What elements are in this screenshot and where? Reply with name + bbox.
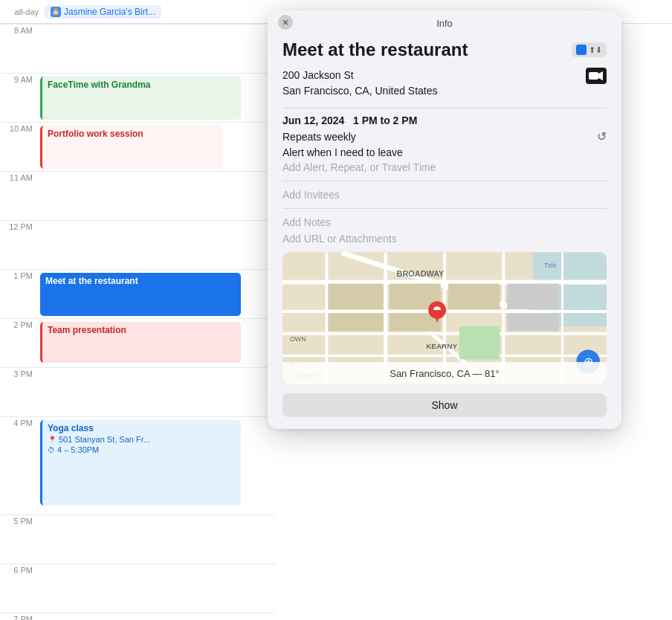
- svg-text:KEARNY: KEARNY: [426, 342, 457, 350]
- facetime-event-title: FaceTime with Grandma: [48, 80, 151, 90]
- add-url-row[interactable]: Add URL or Attachments: [282, 233, 607, 245]
- time-label-5pm: 5 PM: [0, 515, 39, 526]
- map-thumbnail[interactable]: BROADWAY KEARNY Tide OWN ST hinese ⊕ San…: [282, 252, 607, 384]
- close-button[interactable]: [278, 15, 293, 30]
- add-notes-row[interactable]: Add Notes: [282, 216, 607, 228]
- location-line2: San Francisco, CA, United States: [282, 83, 438, 99]
- time-row-8am: 8 AM: [0, 24, 275, 73]
- add-notes-text: Add Notes: [282, 216, 331, 228]
- time-content-12pm: [39, 221, 275, 269]
- date-text: Jun 12, 2024: [282, 114, 344, 126]
- time-label-11am: 11 AM: [0, 172, 39, 182]
- time-label-8am: 8 AM: [0, 25, 39, 35]
- svg-rect-17: [459, 326, 500, 360]
- allday-event-text: Jasmine Garcia's Birt...: [64, 7, 155, 17]
- event-title-row: Meet at the restaurant ⬆⬇: [282, 39, 607, 60]
- time-label-9am: 9 AM: [0, 74, 39, 84]
- svg-rect-22: [448, 283, 500, 309]
- popup-header: Info: [268, 10, 621, 33]
- birthday-icon: 🎂: [51, 7, 61, 17]
- portfolio-event-title: Portfolio work session: [48, 129, 143, 139]
- yoga-event-time: ⏱ 4 – 5:30PM: [48, 445, 236, 454]
- time-range-text: 1 PM to 2 PM: [353, 114, 417, 126]
- time-content-2pm: Team presentation: [39, 319, 275, 367]
- map-location-label: San Francisco, CA — 81°: [390, 368, 500, 379]
- time-row-2pm: 2 PM Team presentation: [0, 318, 275, 367]
- divider-2: [282, 181, 607, 181]
- svg-marker-3: [598, 71, 603, 80]
- time-grid: 8 AM 9 AM FaceTime with Grandma 10 AM Po…: [0, 24, 275, 620]
- info-popup: Info Meet at the restaurant ⬆⬇ 200 Jacks…: [268, 10, 621, 429]
- clock-icon: ⏱: [48, 446, 55, 454]
- time-row-5pm: 5 PM: [0, 514, 275, 564]
- video-camera-icon[interactable]: [586, 68, 607, 84]
- restaurant-event-title: Meet at the restaurant: [45, 276, 138, 286]
- date-time-row: Jun 12, 2024 1 PM to 2 PM: [282, 114, 607, 126]
- alert-row: Alert when I need to leave: [282, 146, 607, 158]
- popup-title-label: Info: [436, 18, 453, 29]
- time-content-3pm: [39, 368, 275, 416]
- svg-rect-2: [589, 72, 598, 80]
- allday-label: all-day: [6, 7, 45, 16]
- time-content-6pm: [39, 564, 275, 613]
- svg-text:OWN: OWN: [290, 335, 306, 343]
- calendar-color-swatch: [576, 45, 587, 55]
- time-label-1pm: 1 PM: [0, 270, 39, 280]
- popup-body: Meet at the restaurant ⬆⬇ 200 Jackson St…: [268, 33, 621, 429]
- time-row-6pm: 6 PM: [0, 564, 275, 613]
- facetime-event[interactable]: FaceTime with Grandma: [40, 77, 241, 120]
- time-label-4pm: 4 PM: [0, 417, 39, 427]
- time-label-6pm: 6 PM: [0, 564, 39, 575]
- time-content-10am: Portfolio work session: [39, 123, 275, 171]
- time-row-10am: 10 AM Portfolio work session: [0, 122, 275, 171]
- portfolio-event[interactable]: Portfolio work session: [40, 126, 222, 169]
- location-text: 200 Jackson St San Francisco, CA, United…: [282, 68, 438, 99]
- team-event[interactable]: Team presentation: [40, 322, 241, 363]
- svg-rect-24: [507, 313, 558, 332]
- time-content-9am: FaceTime with Grandma: [39, 74, 275, 122]
- time-row-1pm: 1 PM Meet at the restaurant: [0, 269, 275, 318]
- restaurant-event[interactable]: Meet at the restaurant: [40, 273, 241, 316]
- time-row-11am: 11 AM: [0, 171, 275, 220]
- show-button[interactable]: Show: [282, 393, 607, 417]
- svg-text:BROADWAY: BROADWAY: [397, 270, 445, 279]
- team-event-title: Team presentation: [48, 325, 126, 335]
- repeat-text: Repeats weekly: [282, 131, 356, 143]
- time-row-3pm: 3 PM: [0, 367, 275, 416]
- time-label-7pm: 7 PM: [0, 613, 39, 620]
- time-content-11am: [39, 172, 275, 220]
- popup-event-title: Meet at the restaurant: [282, 39, 468, 60]
- yoga-event[interactable]: Yoga class 📍 501 Stanyan St, San Fr... ⏱…: [40, 420, 241, 506]
- time-label-3pm: 3 PM: [0, 368, 39, 378]
- chevron-up-down-icon: ⬆⬇: [589, 45, 602, 55]
- calendar-picker[interactable]: ⬆⬇: [572, 42, 607, 57]
- divider-1: [282, 108, 607, 109]
- time-content-1pm: Meet at the restaurant: [39, 270, 275, 318]
- time-content-7pm: [39, 613, 275, 620]
- add-url-text: Add URL or Attachments: [282, 233, 397, 245]
- repeat-row: Repeats weekly ↺: [282, 129, 607, 143]
- add-alert-text: Add Alert, Repeat, or Travel Time: [282, 161, 436, 173]
- allday-event[interactable]: 🎂 Jasmine Garcia's Birt...: [45, 5, 161, 19]
- add-alert-row[interactable]: Add Alert, Repeat, or Travel Time: [282, 161, 607, 173]
- svg-rect-19: [328, 313, 383, 332]
- time-row-9am: 9 AM FaceTime with Grandma: [0, 73, 275, 122]
- repeat-icon: ↺: [597, 129, 607, 143]
- time-row-7pm: 7 PM: [0, 613, 275, 620]
- time-label-10am: 10 AM: [0, 123, 39, 133]
- time-content-4pm: Yoga class 📍 501 Stanyan St, San Fr... ⏱…: [39, 417, 275, 514]
- location-line1: 200 Jackson St: [282, 68, 438, 83]
- svg-rect-23: [507, 283, 558, 309]
- time-content-5pm: [39, 515, 275, 564]
- yoga-event-location: 📍 501 Stanyan St, San Fr...: [48, 435, 236, 444]
- yoga-event-title: Yoga class: [48, 423, 236, 433]
- location-row: 200 Jackson St San Francisco, CA, United…: [282, 68, 607, 99]
- time-label-2pm: 2 PM: [0, 319, 39, 329]
- add-invitees-text: Add Invitees: [282, 189, 340, 201]
- time-row-4pm: 4 PM Yoga class 📍 501 Stanyan St, San Fr…: [0, 416, 275, 514]
- alert-text: Alert when I need to leave: [282, 146, 403, 158]
- time-content-8am: [39, 25, 275, 73]
- svg-rect-18: [328, 283, 383, 309]
- add-invitees-row[interactable]: Add Invitees: [282, 189, 607, 201]
- time-row-12pm: 12 PM: [0, 220, 275, 269]
